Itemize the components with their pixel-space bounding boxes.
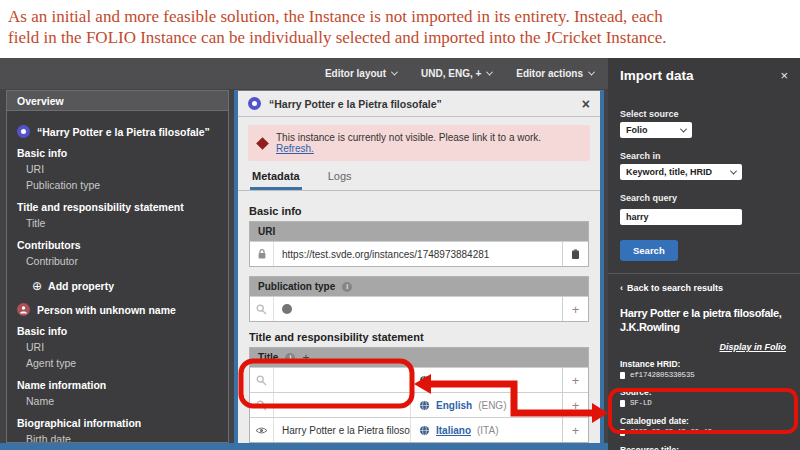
- sidebar-item-contributor[interactable]: Contributor: [17, 254, 218, 268]
- language-menu[interactable]: UND, ENG, +: [421, 68, 492, 79]
- copy-icon[interactable]: [620, 400, 625, 407]
- language-menu-label: UND, ENG, +: [421, 68, 481, 79]
- search-icon: [250, 368, 274, 392]
- section-basic-info: Basic info: [249, 205, 589, 217]
- sidebar-item-title[interactable]: Title: [17, 216, 218, 230]
- tab-logs[interactable]: Logs: [326, 165, 354, 190]
- field-value: SF-LD: [630, 399, 652, 409]
- field-resource-title: Resource title: Harry Potter e la pietra…: [608, 438, 800, 450]
- chevron-down-icon: [730, 167, 737, 174]
- tab-metadata[interactable]: Metadata: [250, 165, 302, 190]
- copy-icon[interactable]: [620, 372, 625, 379]
- add-property-button[interactable]: ⊕ Add property: [17, 279, 218, 293]
- person-label: Person with unknown name: [37, 304, 176, 316]
- search-in-dropdown[interactable]: Keyword, title, HRID: [620, 164, 742, 180]
- close-icon[interactable]: ×: [582, 97, 590, 111]
- chevron-down-icon: [486, 69, 493, 76]
- globe-icon: [419, 375, 430, 386]
- instance-icon: [17, 125, 30, 138]
- visibility-alert: This instance is currently not visible. …: [248, 125, 590, 161]
- language-cell[interactable]: English (ENG): [410, 393, 562, 417]
- field-source: Source: SF-LD: [608, 380, 800, 409]
- alert-text: This instance is currently not visible. …: [276, 132, 580, 154]
- field-catalogued-date: Catalogued date: 2025-03-25 15:20:43: [608, 409, 800, 438]
- sidebar-item-publication-type[interactable]: Publication type: [17, 178, 218, 192]
- select-source-dropdown[interactable]: Folio: [620, 122, 692, 138]
- group-title: Basic info: [17, 146, 218, 160]
- sidebar-instance-node[interactable]: “Harry Potter e la Pietra filosofale”: [17, 125, 218, 138]
- sidebar-item-uri[interactable]: URI: [17, 162, 218, 176]
- language-cell[interactable]: Italiano (ITA): [410, 418, 562, 442]
- title-input[interactable]: [274, 393, 410, 417]
- sidebar-item-birth-date[interactable]: Birth date: [17, 432, 218, 443]
- publication-type-input[interactable]: [274, 297, 562, 321]
- sidebar-item-agent-type[interactable]: Agent type: [17, 356, 218, 370]
- title-field-header: Title i +: [250, 348, 588, 367]
- group-title: Basic info: [17, 324, 218, 338]
- field-value: 2025-03-25 15:20:43: [630, 428, 712, 438]
- plus-circle-icon: ⊕: [32, 279, 42, 293]
- title-input[interactable]: [274, 368, 410, 392]
- add-value-button[interactable]: +: [562, 393, 588, 417]
- title-field-group: Title i + +: [249, 347, 589, 443]
- language-cell[interactable]: [410, 368, 562, 392]
- person-icon: [17, 303, 30, 316]
- info-icon: i: [285, 353, 295, 363]
- add-title-button[interactable]: +: [302, 351, 309, 365]
- result-title: Harry Potter e la pietra filosofale, J.K…: [608, 293, 800, 335]
- publication-type-field-group: Publication type i +: [249, 276, 589, 322]
- back-chevron-icon: ‹: [620, 283, 623, 293]
- sidebar-group-name-info: Name information Name: [17, 378, 218, 408]
- close-icon[interactable]: ×: [780, 68, 788, 83]
- display-in-folio-link[interactable]: Display in Folio: [608, 335, 800, 352]
- alert-diamond-icon: [256, 137, 269, 150]
- search-button[interactable]: Search: [620, 240, 678, 261]
- add-value-button[interactable]: +: [562, 418, 588, 442]
- info-icon: i: [342, 282, 352, 292]
- editor-actions-menu[interactable]: Editor actions: [516, 68, 594, 79]
- sidebar-group-title-statement: Title and responsibility statement Title: [17, 200, 218, 230]
- chevron-down-icon: [680, 125, 687, 132]
- chevron-down-icon: [391, 69, 398, 76]
- sidebar-item-uri-2[interactable]: URI: [17, 340, 218, 354]
- import-data-panel: Import data × Select source Folio Search…: [608, 58, 800, 450]
- search-query-input[interactable]: [620, 209, 742, 225]
- refresh-link[interactable]: Refresh.: [276, 143, 314, 154]
- slide-caption: As an initial and more feasible solution…: [8, 6, 796, 48]
- field-label: Instance HRID:: [620, 359, 788, 369]
- title-input[interactable]: Harry Potter e la Pietra filosofale: [274, 418, 410, 442]
- search-icon: [250, 393, 274, 417]
- sidebar-group-basic-info: Basic info URI Publication type: [17, 146, 218, 192]
- editor-layout-menu[interactable]: Editor layout: [325, 68, 397, 79]
- section-title-statement: Title and responsibility statement: [249, 331, 589, 343]
- eye-icon: [250, 418, 274, 442]
- language-code: (ENG): [478, 400, 506, 411]
- copy-to-clipboard-button[interactable]: [562, 242, 588, 266]
- instance-editor-modal: “Harry Potter e la Pietra filosofale” × …: [234, 90, 604, 443]
- add-value-button[interactable]: +: [562, 297, 588, 321]
- chevron-down-icon: [588, 69, 595, 76]
- sidebar-item-name[interactable]: Name: [17, 394, 218, 408]
- field-value: ef1742805330535: [630, 371, 695, 381]
- language-code: (ITA): [477, 425, 498, 436]
- instance-icon: [248, 97, 261, 110]
- copy-icon[interactable]: [620, 429, 625, 436]
- add-value-button[interactable]: +: [562, 368, 588, 392]
- title-row-2: English (ENG) +: [250, 392, 588, 417]
- overview-body: “Harry Potter e la Pietra filosofale” Ba…: [7, 111, 228, 443]
- editor-actions-label: Editor actions: [516, 68, 583, 79]
- back-link-label: Back to search results: [627, 283, 723, 293]
- title-row-3: Harry Potter e la Pietra filosofale Ital…: [250, 417, 588, 442]
- sidebar-group-contributors: Contributors Contributor: [17, 238, 218, 268]
- language-link[interactable]: English: [436, 400, 472, 411]
- sidebar-person-node[interactable]: Person with unknown name: [17, 303, 218, 316]
- field-instance-hrid: Instance HRID: ef1742805330535: [608, 352, 800, 381]
- field-label: Catalogued date:: [620, 416, 788, 426]
- back-to-results-link[interactable]: ‹ Back to search results: [608, 274, 800, 293]
- modal-header: “Harry Potter e la Pietra filosofale” ×: [238, 91, 600, 117]
- editor-layout-label: Editor layout: [325, 68, 386, 79]
- instance-label: “Harry Potter e la Pietra filosofale”: [37, 126, 210, 138]
- publication-type-header: Publication type i: [250, 277, 588, 296]
- globe-icon: [419, 425, 430, 436]
- language-link[interactable]: Italiano: [436, 425, 471, 436]
